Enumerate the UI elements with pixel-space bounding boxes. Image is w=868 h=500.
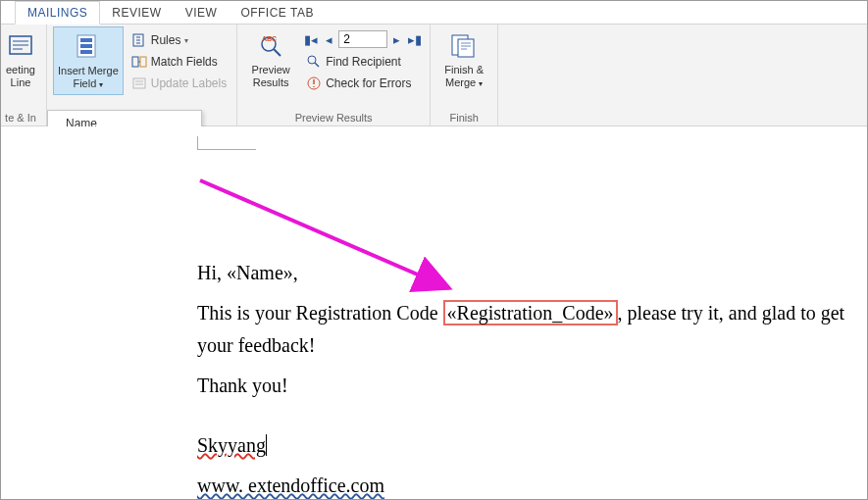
last-record-button[interactable]: ▸▮ <box>406 32 424 47</box>
next-record-button[interactable]: ▸ <box>391 32 402 47</box>
svg-rect-17 <box>458 39 474 57</box>
record-number-input[interactable] <box>338 30 387 48</box>
svg-rect-9 <box>132 57 138 67</box>
document-area[interactable]: Hi, «Name», This is your Registration Co… <box>1 126 867 499</box>
tab-mailings[interactable]: MAILINGS <box>15 1 100 25</box>
check-errors-label: Check for Errors <box>326 76 411 90</box>
svg-rect-5 <box>80 38 92 42</box>
svg-rect-10 <box>140 57 146 67</box>
preview-results-group-label: Preview Results <box>243 110 424 125</box>
finish-group-label: Finish <box>436 110 491 125</box>
write-insert-group-label: te & In <box>1 110 40 125</box>
insert-merge-field-label: Insert Merge Field ▾ <box>58 65 119 90</box>
finish-merge-icon <box>448 30 480 62</box>
merge-field-name: «Name» <box>227 262 293 283</box>
update-labels-button: Update Labels <box>128 74 230 93</box>
svg-rect-6 <box>80 44 92 48</box>
url-line: www. extendoffice.com <box>197 470 847 500</box>
document-body[interactable]: Hi, «Name», This is your Registration Co… <box>197 257 847 500</box>
rules-label: Rules <box>151 33 181 47</box>
chevron-down-icon: ▾ <box>99 80 103 89</box>
ribbon-tabs: MAILINGS REVIEW VIEW OFFICE TAB <box>1 1 867 25</box>
body-pre: This is your Registration Code <box>197 302 443 324</box>
rules-icon <box>131 32 147 48</box>
finish-merge-label: Finish & Merge ▾ <box>444 64 484 89</box>
svg-point-14 <box>308 56 316 64</box>
find-recipient-label: Find Recipient <box>326 55 401 69</box>
svg-rect-7 <box>80 50 92 54</box>
svg-text:ABC: ABC <box>262 35 277 42</box>
signature-text: Skyyang <box>197 434 267 456</box>
tab-review[interactable]: REVIEW <box>100 2 173 24</box>
find-recipient-icon <box>306 54 322 70</box>
greeting-line-button[interactable]: eeting Line <box>1 26 40 93</box>
record-nav: ▮◂ ◂ ▸ ▸▮ <box>302 28 424 50</box>
preview-results-button[interactable]: ABC Preview Results <box>243 26 298 93</box>
tab-view[interactable]: VIEW <box>174 2 230 24</box>
greeting-post: , <box>293 262 298 283</box>
tab-officetab[interactable]: OFFICE TAB <box>229 2 326 24</box>
thankyou-text: Thank you! <box>197 370 847 402</box>
match-fields-icon <box>131 54 147 70</box>
update-labels-icon <box>131 75 147 91</box>
check-errors-icon <box>306 75 322 91</box>
match-fields-button[interactable]: Match Fields <box>128 52 230 72</box>
preview-results-icon: ABC <box>255 30 286 62</box>
merge-field-registration-code: «Registration_Code» <box>443 300 618 325</box>
match-fields-label: Match Fields <box>151 55 218 69</box>
signature-line: Skyyang <box>197 429 847 462</box>
find-recipient-button[interactable]: Find Recipient <box>302 52 424 72</box>
greeting-line-text: Hi, «Name», <box>197 257 847 289</box>
chevron-down-icon: ▾ <box>184 36 188 45</box>
url-text: www. extendoffice.com <box>197 475 384 496</box>
check-errors-button[interactable]: Check for Errors <box>302 74 424 93</box>
update-labels-label: Update Labels <box>151 76 227 90</box>
greeting-pre: Hi, <box>197 262 227 283</box>
preview-results-label: Preview Results <box>252 64 290 89</box>
finish-merge-button[interactable]: Finish & Merge ▾ <box>436 26 491 93</box>
prev-record-button[interactable]: ◂ <box>324 32 334 47</box>
greeting-line-icon <box>5 30 36 62</box>
rules-button[interactable]: Rules ▾ <box>128 30 230 50</box>
ruler-marker <box>197 136 256 150</box>
greeting-line-label: eeting Line <box>6 64 35 89</box>
insert-merge-field-icon <box>73 31 104 63</box>
body-paragraph: This is your Registration Code «Registra… <box>197 297 847 362</box>
insert-merge-field-button[interactable]: Insert Merge Field ▾ <box>53 26 124 95</box>
chevron-down-icon: ▾ <box>479 79 483 88</box>
svg-rect-11 <box>133 78 145 88</box>
first-record-button[interactable]: ▮◂ <box>302 32 320 47</box>
